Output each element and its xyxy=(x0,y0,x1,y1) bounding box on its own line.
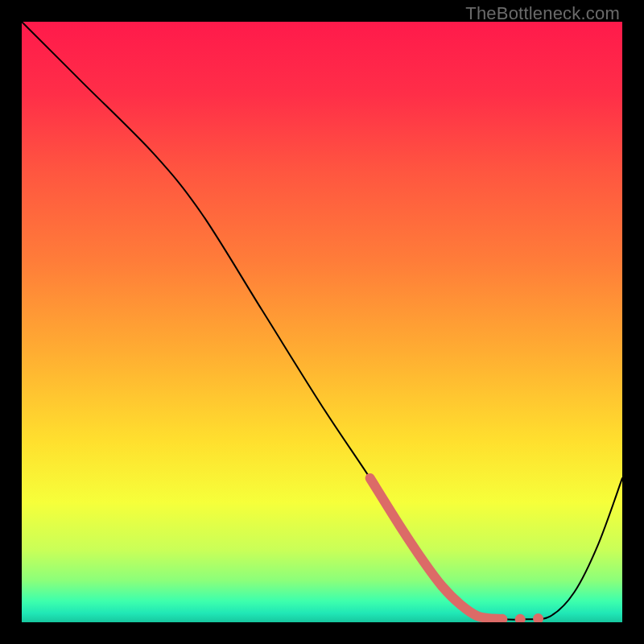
chart-svg xyxy=(22,22,622,622)
chart-frame xyxy=(22,22,622,622)
highlight-dots xyxy=(497,613,543,622)
plot-area xyxy=(22,22,622,622)
